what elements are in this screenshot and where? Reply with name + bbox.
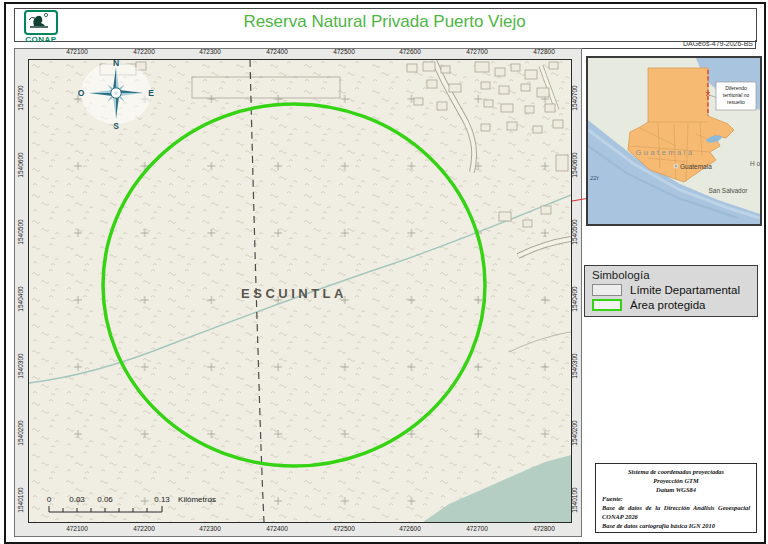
x-coordinate-label: 472700 (455, 48, 499, 56)
y-coordinate-label: 1540100 (17, 478, 25, 522)
scale-unit-label: Kilómetros (178, 495, 216, 504)
legend-item-departmental: Límite Departamental (592, 284, 750, 296)
x-coordinate-label: 472300 (188, 525, 232, 533)
doc-id: DAGeos-479-2026-BS (683, 40, 753, 47)
territorial-note-line: territorial no (723, 92, 750, 98)
compass-west-label: O (78, 88, 85, 98)
y-coordinate-label: 1540300 (571, 344, 579, 388)
y-coordinate-label: 1540100 (571, 478, 579, 522)
territorial-note-line: Diferendo (725, 85, 747, 91)
protected-area-swatch (592, 299, 622, 311)
y-coordinate-label: 1540300 (17, 344, 25, 388)
departmental-boundary-swatch (592, 284, 622, 296)
x-coordinate-label: 472400 (255, 525, 299, 533)
y-coordinate-label: 1540400 (17, 277, 25, 321)
y-coordinate-label: 1540700 (17, 76, 25, 120)
legend-item-protected-area: Área protegida (592, 299, 750, 311)
x-coordinate-label: 472500 (322, 48, 366, 56)
x-coordinate-label: 472300 (188, 48, 232, 56)
source-line: CONAP 2026 (602, 513, 750, 522)
source-line: Base de datos cartografía básica IGN 201… (602, 522, 750, 531)
x-coordinate-label: 472600 (388, 48, 432, 56)
datum-line: Datum WGS84 (602, 486, 750, 495)
graticule-partial-label: 22t (589, 175, 599, 181)
projection-system-line: Sistema de coordenadas proyectadas (602, 468, 750, 477)
y-coordinate-label: 1540700 (571, 76, 579, 120)
x-coordinate-label: 472200 (122, 525, 166, 533)
source-heading: Fuente: (602, 495, 750, 504)
capital-city-label: Guatemala (680, 163, 712, 170)
capital-city-marker (674, 164, 678, 168)
x-coordinate-label: 472700 (455, 525, 499, 533)
projection-line: Proyección GTM (602, 477, 750, 486)
source-line: Base de datos de la Dirección Análisis G… (602, 504, 750, 513)
x-coordinate-label: 472200 (122, 48, 166, 56)
scale-label: 0.06 (97, 495, 113, 504)
map-svg: ESCUINTLA N E S O 0 0.03 0.06 0.13 Kilóm… (29, 60, 571, 522)
legend-title: Simbología (592, 269, 750, 281)
source-info-box: Sistema de coordenadas proyectadas Proye… (595, 463, 757, 533)
compass-south-label: S (113, 121, 119, 131)
y-coordinate-label: 1540200 (17, 411, 25, 455)
x-coordinate-label: 472100 (55, 48, 99, 56)
y-coordinate-label: 1540200 (571, 411, 579, 455)
x-coordinate-label: 472800 (522, 48, 566, 56)
scale-label: 0 (47, 495, 52, 504)
x-coordinate-label: 472600 (388, 525, 432, 533)
inset-map: Diferendo territorial no resuelto Guatem… (586, 56, 762, 226)
page-title: Reserva Natural Privada Puerto Viejo (14, 12, 755, 32)
territorial-note-line: resuelto (727, 99, 745, 105)
legend-item-label: Límite Departamental (630, 284, 740, 296)
map-canvas: ESCUINTLA N E S O 0 0.03 0.06 0.13 Kilóm… (28, 59, 572, 523)
legend-item-label: Área protegida (630, 299, 705, 311)
x-coordinate-label: 472400 (255, 48, 299, 56)
x-coordinate-label: 472800 (522, 525, 566, 533)
y-coordinate-label: 1540600 (17, 143, 25, 187)
y-coordinate-label: 1540500 (17, 210, 25, 254)
department-label: ESCUINTLA (241, 286, 347, 301)
san-salvador-label: San Salvador (708, 187, 748, 194)
honduras-partial-label: H o (750, 160, 760, 167)
y-coordinate-label: 1540400 (571, 277, 579, 321)
country-name-label: Guatemala (635, 148, 694, 157)
x-coordinate-label: 472500 (322, 525, 366, 533)
y-coordinate-label: 1540600 (571, 143, 579, 187)
legend: Simbología Límite Departamental Área pro… (584, 265, 758, 317)
scale-label: 0.03 (69, 495, 85, 504)
compass-east-label: E (148, 88, 154, 98)
compass-north-label: N (113, 60, 119, 68)
x-coordinate-label: 472100 (55, 525, 99, 533)
y-coordinate-label: 1540500 (571, 210, 579, 254)
scale-label: 0.13 (154, 495, 170, 504)
